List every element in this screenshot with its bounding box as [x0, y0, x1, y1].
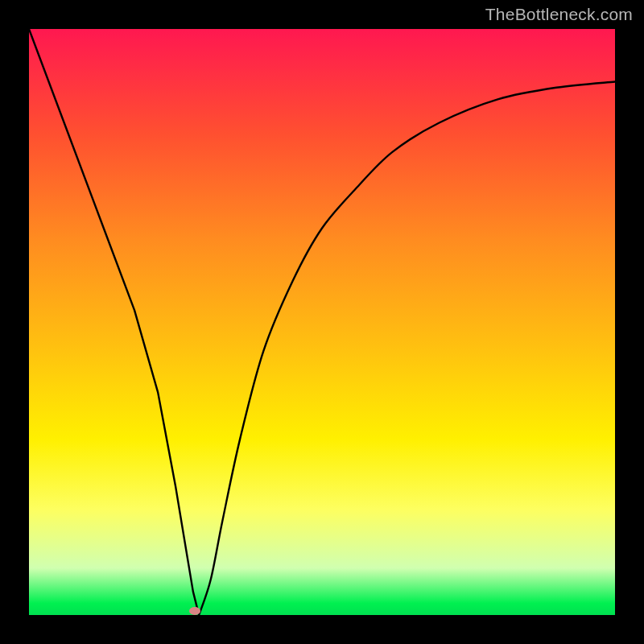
curve-svg [29, 29, 615, 615]
plot-area [29, 29, 615, 615]
minimum-marker [189, 607, 200, 615]
watermark-label: TheBottleneck.com [485, 5, 633, 24]
chart-frame: TheBottleneck.com [0, 0, 644, 644]
curve-path [29, 29, 615, 615]
